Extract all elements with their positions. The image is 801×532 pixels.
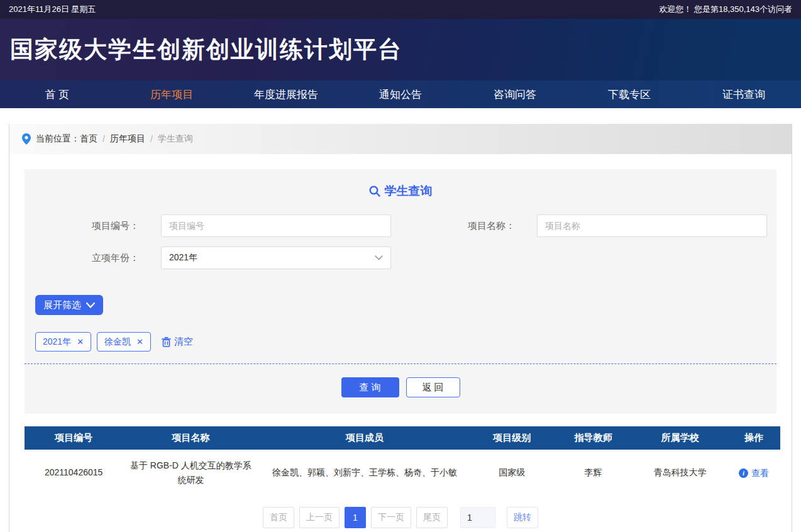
nav-item-annual-report[interactable]: 年度进展报告 [229, 80, 343, 108]
close-icon[interactable]: ✕ [77, 337, 84, 346]
cell-project-name: 基于 RGB-D 人机交互的教学系统研发 [123, 450, 258, 496]
search-icon [369, 186, 380, 197]
filter-tag-student[interactable]: 徐金凯 ✕ [97, 332, 151, 352]
breadcrumb-current: 学生查询 [158, 133, 193, 145]
jump-button[interactable]: 跳转 [507, 507, 538, 528]
chevron-down-icon [375, 255, 383, 260]
site-banner: 国家级大学生创新创业训练计划平台 [0, 19, 801, 80]
results-table: 项目编号 项目名称 项目成员 项目级别 指导教师 所属学校 操作 2021104… [25, 426, 780, 496]
search-form: 项目编号： 项目名称： 立项年份： 2021年 [25, 214, 776, 269]
col-header-teacher: 指导教师 [553, 426, 633, 450]
site-title: 国家级大学生创新创业训练计划平台 [10, 34, 402, 65]
view-detail-link[interactable]: i 查看 [739, 466, 769, 480]
back-button[interactable]: 返 回 [406, 377, 460, 397]
location-pin-icon [22, 133, 31, 145]
visitor-welcome-text: 欢迎您！ 您是第18,350,143个访问者 [659, 4, 792, 15]
cell-teacher: 李辉 [553, 450, 633, 496]
nav-item-downloads[interactable]: 下载专区 [572, 80, 687, 108]
project-name-input[interactable] [537, 214, 767, 237]
nav-item-certificate-query[interactable]: 证书查询 [687, 80, 801, 108]
page-number-button-current[interactable]: 1 [345, 507, 366, 528]
breadcrumb-past-projects[interactable]: 历年项目 [110, 133, 145, 145]
next-page-button[interactable]: 下一页 [371, 507, 411, 528]
page-container: 当前位置： 首页 / 历年项目 / 学生查询 学生查询 项目编号： 项目名称： [9, 124, 792, 532]
prev-page-button[interactable]: 上一页 [299, 507, 340, 528]
nav-item-home[interactable]: 首 页 [0, 80, 114, 108]
cell-school: 青岛科技大学 [633, 450, 727, 496]
dashed-divider [25, 363, 776, 364]
col-header-members: 项目成员 [259, 426, 471, 450]
breadcrumb-separator: / [102, 134, 105, 144]
project-name-label: 项目名称： [400, 220, 537, 232]
breadcrumb-label: 当前位置： [36, 133, 80, 145]
date-text: 2021年11月26日 星期五 [9, 4, 96, 15]
cell-project-members: 徐金凯、郭颖、刘新宇、王学栋、杨奇、于小敏 [259, 450, 471, 496]
view-detail-label: 查看 [751, 466, 769, 480]
project-code-input[interactable] [161, 214, 391, 237]
trash-icon [162, 337, 171, 347]
info-icon: i [739, 468, 748, 478]
table-header: 项目编号 项目名称 项目成员 项目级别 指导教师 所属学校 操作 [25, 426, 780, 450]
nav-item-past-projects[interactable]: 历年项目 [114, 80, 229, 108]
filter-tags: 2021年 ✕ 徐金凯 ✕ 清空 [35, 332, 776, 352]
breadcrumb: 当前位置： 首页 / 历年项目 / 学生查询 [9, 124, 792, 154]
pagination: 首页 上一页 1 下一页 尾页 跳转 [9, 507, 792, 528]
breadcrumb-separator: / [150, 134, 153, 144]
form-actions: 查 询 返 回 [25, 377, 776, 397]
query-button[interactable]: 查 询 [341, 377, 399, 397]
project-code-label: 项目编号： [25, 220, 161, 232]
first-page-button[interactable]: 首页 [263, 507, 294, 528]
filter-tag-year[interactable]: 2021年 ✕ [35, 332, 91, 352]
last-page-button[interactable]: 尾页 [416, 507, 448, 528]
table-row: 202110426015 基于 RGB-D 人机交互的教学系统研发 徐金凯、郭颖… [25, 450, 780, 496]
clear-filters-button[interactable]: 清空 [162, 336, 193, 348]
col-header-level: 项目级别 [470, 426, 553, 450]
col-header-code: 项目编号 [25, 426, 123, 450]
topbar: 2021年11月26日 星期五 欢迎您！ 您是第18,350,143个访问者 [0, 0, 801, 19]
search-panel: 学生查询 项目编号： 项目名称： 立项年份： 2021年 [25, 169, 776, 414]
expand-filter-label: 展开筛选 [43, 299, 81, 311]
filter-tag-label: 徐金凯 [104, 336, 131, 348]
expand-filter-button[interactable]: 展开筛选 [35, 295, 103, 315]
nav-item-qa[interactable]: 咨询问答 [458, 80, 572, 108]
chevron-down-icon [86, 302, 95, 308]
cell-project-code: 202110426015 [25, 450, 123, 496]
nav-item-notices[interactable]: 通知公告 [343, 80, 458, 108]
clear-filters-label: 清空 [174, 336, 193, 348]
close-icon[interactable]: ✕ [136, 337, 143, 346]
panel-title-text: 学生查询 [385, 183, 433, 199]
panel-title: 学生查询 [25, 183, 776, 199]
year-label: 立项年份： [25, 252, 161, 264]
year-select[interactable]: 2021年 [161, 247, 391, 269]
jump-page-input[interactable] [460, 507, 495, 528]
col-header-action: 操作 [727, 426, 780, 450]
filter-tag-label: 2021年 [43, 336, 71, 348]
col-header-name: 项目名称 [123, 426, 258, 450]
main-nav: 首 页 历年项目 年度进展报告 通知公告 咨询问答 下载专区 证书查询 [0, 80, 801, 108]
breadcrumb-home[interactable]: 首页 [80, 133, 97, 145]
cell-project-level: 国家级 [470, 450, 553, 496]
col-header-school: 所属学校 [633, 426, 727, 450]
year-select-value: 2021年 [169, 252, 197, 263]
